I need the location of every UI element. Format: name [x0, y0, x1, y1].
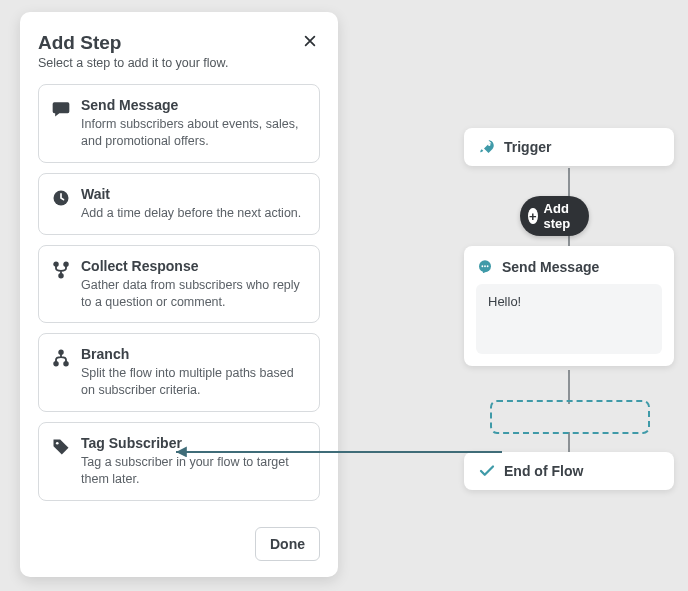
step-option-send-message[interactable]: Send Message Inform subscribers about ev… [38, 84, 320, 163]
flow-node-trigger[interactable]: Trigger [464, 128, 674, 166]
chat-icon [51, 99, 71, 119]
step-option-wait[interactable]: Wait Add a time delay before the next ac… [38, 173, 320, 235]
clock-icon [51, 188, 71, 208]
modal-header: Add Step Select a step to add it to your… [38, 32, 320, 70]
flow-drop-slot[interactable] [490, 400, 650, 434]
svg-point-12 [488, 144, 490, 146]
step-option-tag-subscriber[interactable]: Tag Subscriber Tag a subscriber in your … [38, 422, 320, 501]
message-body-preview: Hello! [476, 284, 662, 354]
flow-node-label: End of Flow [504, 463, 583, 479]
flow-node-label: Trigger [504, 139, 551, 155]
step-option-name: Tag Subscriber [81, 435, 307, 451]
branch-split-icon [51, 348, 71, 368]
step-option-branch[interactable]: Branch Split the flow into multiple path… [38, 333, 320, 412]
step-option-name: Wait [81, 186, 307, 202]
svg-point-7 [56, 442, 59, 445]
modal-footer: Done [255, 527, 320, 561]
step-option-desc: Inform subscribers about events, sales, … [81, 116, 307, 150]
add-step-modal: Add Step Select a step to add it to your… [20, 12, 338, 577]
step-option-name: Send Message [81, 97, 307, 113]
modal-subtitle: Select a step to add it to your flow. [38, 56, 320, 70]
step-option-name: Branch [81, 346, 307, 362]
flow-node-end: End of Flow [464, 452, 674, 490]
step-option-desc: Tag a subscriber in your flow to target … [81, 454, 307, 488]
step-option-desc: Split the flow into multiple paths based… [81, 365, 307, 399]
close-icon [303, 32, 317, 52]
step-option-name: Collect Response [81, 258, 307, 274]
step-option-desc: Add a time delay before the next action. [81, 205, 307, 222]
svg-point-6 [64, 362, 68, 366]
svg-point-16 [487, 265, 489, 267]
flow-node-send-message[interactable]: Send Message Hello! [464, 246, 674, 366]
chat-bubble-icon [476, 258, 494, 276]
plus-icon: + [528, 208, 538, 224]
add-step-label: Add step [544, 201, 577, 231]
close-button[interactable] [298, 30, 322, 54]
done-button[interactable]: Done [255, 527, 320, 561]
flow-node-label: Send Message [502, 259, 599, 275]
tag-icon [51, 437, 71, 457]
add-step-button[interactable]: + Add step [520, 196, 589, 236]
check-icon [478, 462, 496, 480]
svg-point-15 [484, 265, 486, 267]
step-option-list: Send Message Inform subscribers about ev… [38, 84, 320, 501]
svg-point-2 [64, 262, 68, 266]
svg-point-14 [481, 265, 483, 267]
step-option-collect-response[interactable]: Collect Response Gather data from subscr… [38, 245, 320, 324]
svg-point-5 [54, 362, 58, 366]
flow-connector-line [568, 370, 570, 404]
rocket-icon [478, 138, 496, 156]
svg-point-3 [59, 274, 63, 278]
step-option-desc: Gather data from subscribers who reply t… [81, 277, 307, 311]
svg-point-4 [59, 351, 63, 355]
svg-point-1 [54, 262, 58, 266]
branch-merge-icon [51, 260, 71, 280]
modal-title: Add Step [38, 32, 320, 54]
